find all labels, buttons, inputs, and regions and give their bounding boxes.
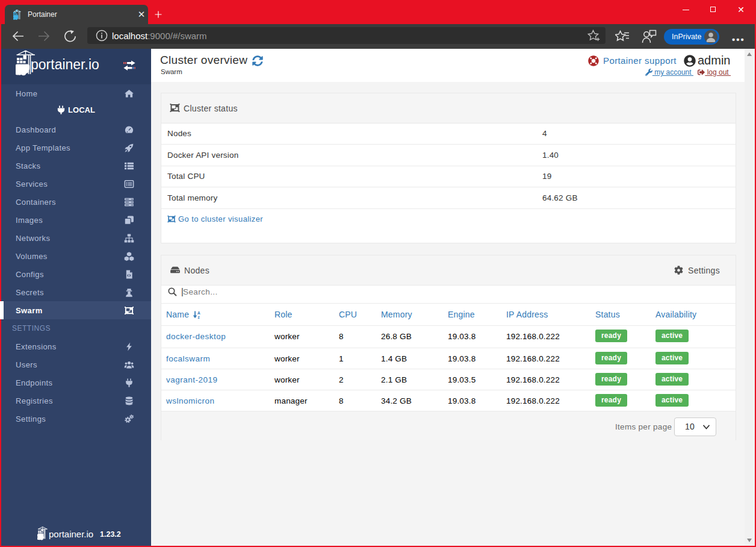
svg-text:z: z <box>198 315 200 319</box>
